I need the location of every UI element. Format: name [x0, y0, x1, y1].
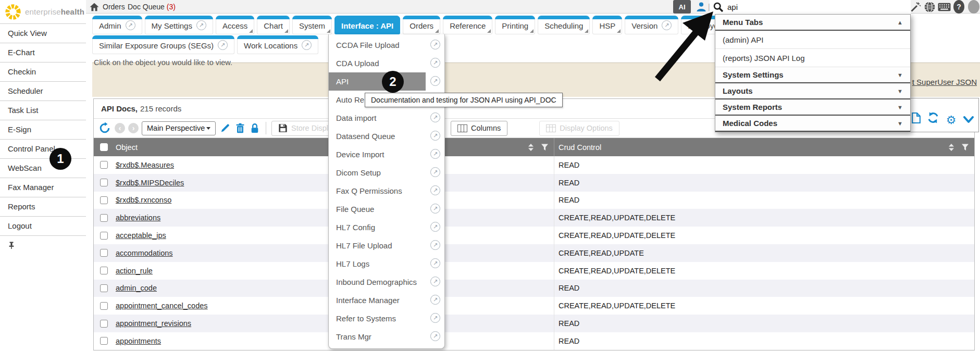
keyboard-icon[interactable]	[938, 0, 951, 14]
row-checkbox[interactable]	[100, 196, 108, 204]
tab[interactable]: Version ↗	[625, 16, 678, 34]
object-link[interactable]: action_rule	[116, 267, 153, 275]
search-icon[interactable]	[713, 0, 724, 14]
filter-funnel-icon[interactable]	[541, 144, 549, 151]
sort-icon[interactable]	[528, 144, 534, 151]
menu-item[interactable]: Dicom Setup ↗	[329, 164, 444, 182]
tab[interactable]: Reference	[443, 16, 492, 34]
edit-pencil-icon[interactable]	[219, 123, 231, 133]
menu-item[interactable]: Inbound Demographics ↗	[329, 273, 444, 291]
row-checkbox[interactable]	[100, 161, 108, 169]
object-link[interactable]: $rxdb$.Measures	[116, 161, 174, 169]
object-link[interactable]: $rxdb$.rxnconso	[116, 196, 171, 204]
row-checkbox[interactable]	[100, 320, 108, 328]
ai-badge[interactable]: AI	[673, 0, 691, 14]
row-checkbox[interactable]	[100, 249, 108, 257]
menu-item[interactable]: HL7 File Upload ↗	[329, 236, 444, 255]
sidebar-item[interactable]: E-Chart	[0, 43, 86, 62]
dropdown-row[interactable]: Menu Tabs ▲	[715, 15, 910, 31]
tab[interactable]: Admin ↗	[92, 16, 142, 34]
tab[interactable]: Printing	[495, 16, 535, 34]
menu-item[interactable]: Trans Mgr ↗	[329, 328, 444, 346]
tab[interactable]: HSP	[592, 16, 622, 34]
row-checkbox[interactable]	[100, 232, 108, 240]
lock-icon[interactable]	[249, 123, 260, 134]
menu-item[interactable]: Interface Manager ↗	[329, 291, 444, 309]
new-document-icon[interactable]	[912, 112, 921, 126]
breadcrumb-doc-queue[interactable]: Doc Queue (3)	[128, 0, 176, 14]
prev-page-icon[interactable]: ‹	[115, 123, 125, 133]
tab[interactable]: Interface : API	[334, 16, 400, 34]
column-header-crud[interactable]: Crud Control	[559, 143, 601, 152]
menu-item[interactable]: CDA Upload ↗	[329, 54, 444, 72]
menu-item[interactable]: CCDA File Upload ↗	[329, 36, 444, 54]
sidebar-item[interactable]: Quick View	[0, 24, 86, 43]
object-link[interactable]: appointment_cancel_codes	[116, 302, 208, 310]
object-link[interactable]: abbreviations	[116, 214, 160, 222]
sidebar-item[interactable]: Task List	[0, 101, 86, 120]
tab[interactable]: My Settings ↗	[145, 16, 213, 34]
object-link[interactable]: appointment_revisions	[116, 319, 191, 328]
menu-item[interactable]: File Queue ↗	[329, 200, 444, 218]
row-checkbox[interactable]	[100, 267, 108, 274]
columns-button[interactable]: Columns	[451, 121, 507, 136]
delete-trash-icon[interactable]	[234, 123, 246, 133]
tab[interactable]: System	[292, 16, 332, 34]
tab[interactable]: Scheduling	[538, 16, 590, 34]
dropdown-row[interactable]: (reports) JSON API Log	[715, 49, 910, 67]
select-all-checkbox[interactable]	[100, 143, 108, 151]
tab[interactable]: Chart	[257, 16, 290, 34]
row-checkbox[interactable]	[100, 302, 108, 310]
sidebar-item[interactable]: Control Panel	[0, 140, 86, 159]
collapse-chevron-icon[interactable]	[963, 116, 974, 126]
next-page-icon[interactable]: ›	[128, 123, 139, 133]
dropdown-row[interactable]: Layouts ▼	[715, 83, 910, 99]
display-options-button[interactable]: Display Options	[539, 121, 619, 136]
help-icon[interactable]: ?	[953, 0, 964, 14]
dropdown-row[interactable]: Medical Codes ▼	[715, 116, 910, 132]
menu-item[interactable]: Datasend Queue ↗	[329, 127, 444, 145]
object-link[interactable]: $rxdb$.MIPSDeciles	[116, 179, 184, 187]
search-input[interactable]	[727, 1, 790, 12]
menu-item[interactable]: Fax Q Permissions ↗	[329, 182, 444, 200]
object-link[interactable]: admin_code	[116, 284, 157, 292]
menu-item[interactable]: Data import ↗	[329, 109, 444, 127]
user-person-icon[interactable]	[696, 0, 706, 14]
settings-gear-icon[interactable]: ⚙	[946, 115, 957, 126]
sidebar-item[interactable]: Checkin	[0, 62, 86, 82]
menu-item[interactable]: HL7 Logs ↗	[329, 255, 444, 273]
sidebar-item[interactable]: WebScan	[0, 159, 86, 178]
sidebar-item[interactable]: Reports	[0, 197, 86, 217]
sort-icon[interactable]	[949, 144, 954, 151]
object-link[interactable]: acceptable_ips	[116, 231, 166, 240]
menu-item[interactable]: Refer to Systems ↗	[329, 309, 444, 328]
dropdown-row[interactable]: (admin) API	[715, 31, 910, 49]
globe-icon[interactable]	[924, 0, 935, 14]
home-icon[interactable]	[90, 0, 99, 14]
sidebar-item[interactable]: Logout	[0, 217, 86, 236]
tab[interactable]: Orders	[403, 16, 440, 34]
sidebar-item[interactable]: Fax Manager	[0, 178, 86, 197]
row-checkbox[interactable]	[100, 179, 108, 186]
object-link[interactable]: accommodations	[116, 249, 173, 257]
refresh-icon[interactable]	[927, 112, 939, 126]
magic-wand-icon[interactable]	[910, 0, 921, 14]
menu-item[interactable]: Device Import ↗	[329, 145, 444, 164]
breadcrumb-orders[interactable]: Orders	[103, 0, 125, 14]
tab[interactable]: Similar Exposure Groups (SEGs) ↗	[92, 35, 234, 54]
object-link[interactable]: appointments	[116, 337, 161, 345]
row-checkbox[interactable]	[100, 214, 108, 222]
tab[interactable]: Access	[216, 16, 254, 34]
pushpin-icon[interactable]	[8, 242, 15, 249]
sidebar-item[interactable]: E-Sign	[0, 120, 86, 140]
row-checkbox[interactable]	[100, 337, 108, 345]
filter-funnel-icon[interactable]	[961, 144, 969, 151]
dropdown-row[interactable]: System Settings ▼	[715, 67, 910, 83]
dropdown-row[interactable]: System Reports ▼	[715, 99, 910, 116]
sidebar-item[interactable]: Scheduler	[0, 82, 86, 101]
perspective-select[interactable]: Main Perspective	[142, 121, 216, 135]
row-checkbox[interactable]	[100, 284, 108, 292]
menu-item[interactable]: HL7 Config ↗	[329, 218, 444, 236]
undo-icon[interactable]	[98, 122, 111, 134]
column-header-object[interactable]: Object	[116, 143, 138, 152]
